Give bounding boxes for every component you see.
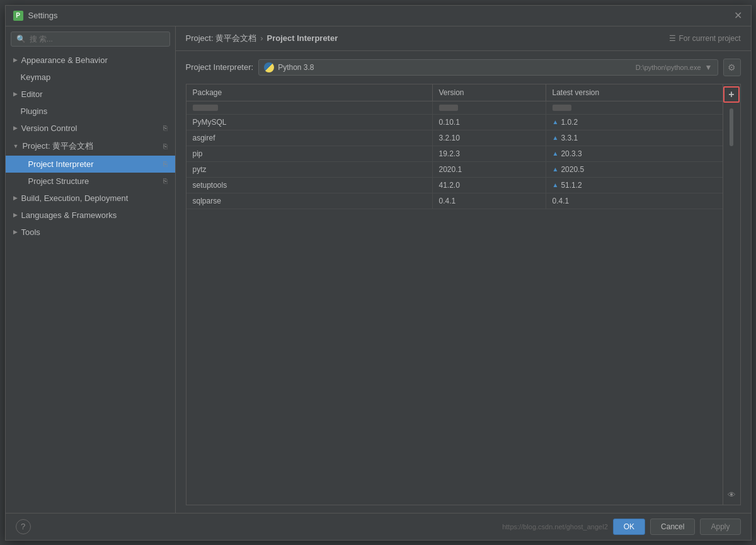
td-version: 19.2.3 [433, 146, 546, 161]
expand-icon: ▶ [13, 91, 18, 97]
sidebar-item-label: Plugins [21, 106, 48, 116]
sidebar-item-project-structure[interactable]: Project Structure ⎘ [6, 173, 175, 190]
sidebar-item-version-control[interactable]: ▶ Version Control ⎘ [6, 120, 175, 137]
package-table: Package Version Latest version [186, 84, 741, 505]
content-area: Project Interpreter: Python 3.8 D:\pytho… [176, 51, 751, 513]
table-header: Package Version Latest version [186, 84, 723, 101]
python-icon [264, 62, 274, 72]
td-version: 0.4.1 [433, 193, 546, 209]
blurred-val [553, 105, 571, 111]
td-package: sqlparse [186, 193, 433, 209]
td-latest: ▲ 1.0.2 [546, 115, 723, 130]
ok-button[interactable]: OK [613, 519, 645, 535]
blurred-val [439, 105, 458, 111]
dialog-title: Settings [28, 11, 728, 20]
sidebar-item-label: Languages & Frameworks [21, 210, 117, 220]
expand-icon: ▶ [13, 125, 18, 131]
sidebar-item-appearance[interactable]: ▶ Appearance & Behavior [6, 52, 175, 69]
help-button[interactable]: ? [16, 519, 31, 534]
td-package: pytz [186, 162, 433, 177]
expand-icon: ▶ [13, 57, 18, 63]
copy-icon: ⎘ [163, 160, 168, 168]
expand-icon: ▶ [13, 195, 18, 201]
sidebar-item-tools[interactable]: ▶ Tools [6, 224, 175, 241]
upgrade-icon: ▲ [553, 181, 559, 188]
interpreter-row: Project Interpreter: Python 3.8 D:\pytho… [186, 59, 741, 76]
breadcrumb-separator: › [260, 33, 263, 43]
table-row[interactable]: pytz 2020.1 ▲ 2020.5 [186, 162, 723, 178]
breadcrumb-project: Project: 黄平会文档 [186, 33, 257, 44]
td-version: 41.2.0 [433, 178, 546, 193]
sidebar-item-plugins[interactable]: Plugins [6, 103, 175, 120]
expand-icon: ▶ [13, 229, 18, 235]
sidebar-item-label: Tools [21, 227, 40, 237]
search-box[interactable]: 🔍 [11, 32, 170, 47]
settings-dialog: P Settings ✕ 🔍 ▶ Appearance & Behavior K… [5, 5, 752, 541]
app-icon: P [13, 11, 23, 21]
td-package: asgiref [186, 130, 433, 146]
scrollbar-thumb[interactable] [730, 108, 733, 146]
gear-button[interactable]: ⚙ [723, 59, 741, 76]
title-bar: P Settings ✕ [6, 6, 751, 26]
table-row[interactable]: sqlparse 0.4.1 0.4.1 [186, 193, 723, 209]
table-wrapper: Package Version Latest version [186, 84, 741, 505]
td-latest: ▲ 2020.5 [546, 162, 723, 177]
dialog-footer: ? https://blog.csdn.net/ghost_angel2 OK … [6, 513, 751, 540]
sidebar-item-label: Version Control [21, 123, 77, 133]
sidebar-item-build[interactable]: ▶ Build, Execution, Deployment [6, 190, 175, 207]
td-version [433, 101, 546, 114]
sidebar-item-project-interpreter[interactable]: Project Interpreter ⎘ [6, 156, 175, 173]
table-row[interactable] [186, 101, 723, 115]
sidebar-item-editor[interactable]: ▶ Editor [6, 86, 175, 103]
eye-button[interactable]: 👁 [723, 487, 740, 503]
python-path: D:\python\python.exe [636, 64, 701, 71]
table-row[interactable]: setuptools 41.2.0 ▲ 51.1.2 [186, 178, 723, 193]
table-row[interactable]: PyMySQL 0.10.1 ▲ 1.0.2 [186, 115, 723, 130]
sidebar-item-label: Project Structure [28, 176, 89, 186]
td-version: 2020.1 [433, 162, 546, 177]
sidebar-item-keymap[interactable]: Keymap [6, 69, 175, 86]
td-latest: ▲ 20.3.3 [546, 146, 723, 161]
td-package: pip [186, 146, 433, 161]
dropdown-arrow-icon: ▼ [705, 63, 713, 72]
interpreter-label: Project Interpreter: [186, 62, 254, 72]
table-scroll-area[interactable]: Package Version Latest version [186, 84, 723, 505]
add-package-button[interactable]: + [723, 86, 740, 103]
expand-icon: ▼ [13, 143, 19, 149]
interpreter-dropdown[interactable]: Python 3.8 D:\python\python.exe ▼ [258, 59, 718, 76]
main-area: Project: 黄平会文档 › Project Interpreter ☰ F… [176, 26, 751, 513]
copy-icon: ⎘ [163, 177, 168, 185]
table-row[interactable]: asgiref 3.2.10 ▲ 3.3.1 [186, 130, 723, 146]
dialog-body: 🔍 ▶ Appearance & Behavior Keymap ▶ Edito… [6, 26, 751, 513]
search-input[interactable] [30, 35, 164, 43]
upgrade-icon: ▲ [553, 166, 559, 173]
for-current-project: ☰ For current project [669, 34, 740, 43]
breadcrumb: Project: 黄平会文档 › Project Interpreter ☰ F… [176, 26, 751, 51]
apply-button[interactable]: Apply [700, 519, 740, 535]
td-latest: ▲ 51.1.2 [546, 178, 723, 193]
td-package: PyMySQL [186, 115, 433, 130]
sidebar: 🔍 ▶ Appearance & Behavior Keymap ▶ Edito… [6, 26, 176, 513]
td-version: 3.2.10 [433, 130, 546, 146]
sidebar-item-label: Appearance & Behavior [21, 55, 108, 65]
sidebar-item-label: Build, Execution, Deployment [21, 193, 129, 203]
sidebar-item-label: Keymap [21, 72, 51, 82]
sidebar-item-languages[interactable]: ▶ Languages & Frameworks [6, 207, 175, 224]
sidebar-item-project[interactable]: ▼ Project: 黄平会文档 ⎘ [6, 137, 175, 156]
upgrade-icon: ▲ [553, 134, 559, 141]
column-package: Package [186, 84, 433, 101]
cancel-button[interactable]: Cancel [650, 519, 695, 535]
column-version: Version [433, 84, 546, 101]
copy-icon: ⎘ [163, 142, 168, 150]
for-current-label: For current project [679, 34, 740, 43]
breadcrumb-current: Project Interpreter [267, 33, 338, 43]
watermark: https://blog.csdn.net/ghost_angel2 [502, 523, 608, 531]
table-row[interactable]: pip 19.2.3 ▲ 20.3.3 [186, 146, 723, 162]
copy-icon: ⎘ [163, 124, 168, 132]
sidebar-item-label: Project: 黄平会文档 [22, 141, 93, 152]
close-button[interactable]: ✕ [733, 11, 743, 21]
footer-buttons: OK Cancel Apply [613, 519, 741, 535]
td-latest [546, 101, 723, 114]
search-icon: 🔍 [16, 35, 26, 43]
upgrade-icon: ▲ [553, 150, 559, 157]
